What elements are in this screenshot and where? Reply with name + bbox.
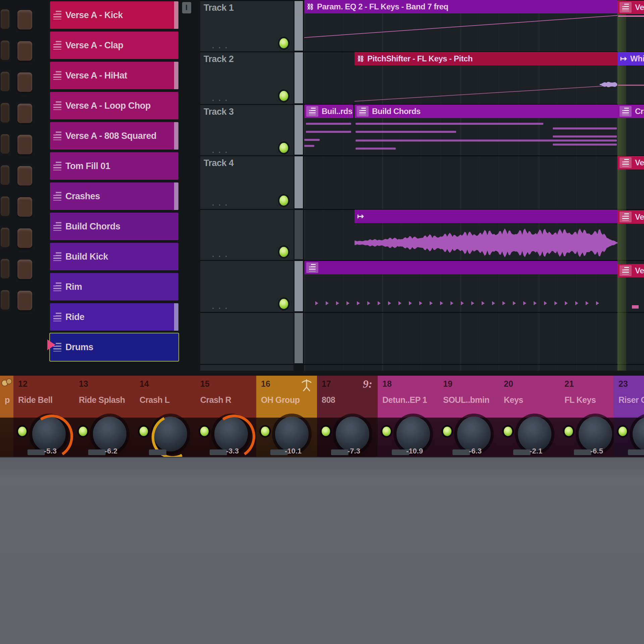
channel-number[interactable]: 15 — [200, 379, 210, 389]
pattern-icon[interactable] — [620, 2, 632, 13]
channel-cell[interactable]: 19SOUL..bmin-6.3 — [438, 376, 499, 457]
background-pad[interactable] — [1, 41, 9, 60]
drum-icon[interactable] — [1, 378, 11, 387]
clip-title[interactable]: Param. EQ 2 - FL Keys - Band 7 freq — [317, 2, 448, 11]
channel-cell[interactable]: 20Keys-2.1 — [499, 376, 560, 457]
channel-name[interactable]: Crash R — [200, 395, 231, 405]
channel-led[interactable] — [79, 427, 87, 436]
audio-clip-icon[interactable]: ↦ — [620, 54, 627, 63]
channel-name[interactable]: SOUL..bmin — [443, 395, 489, 405]
channel-name[interactable]: FL Keys — [565, 395, 596, 405]
channel-value[interactable]: -10.9 — [391, 447, 438, 455]
pattern-icon[interactable] — [620, 157, 632, 168]
background-pad[interactable] — [1, 259, 9, 278]
pattern-icon[interactable] — [53, 222, 61, 231]
channel-pan-knob[interactable] — [336, 417, 369, 451]
track-color-strip[interactable] — [294, 156, 303, 208]
channel-led[interactable] — [261, 427, 269, 436]
channel-number[interactable]: 14 — [140, 379, 149, 389]
pattern-item[interactable]: Build Chords — [50, 213, 178, 240]
channel-body[interactable] — [0, 418, 13, 457]
pattern-name[interactable]: Ride — [65, 312, 85, 322]
channel-number[interactable]: 19 — [443, 379, 452, 389]
channel-name[interactable]: Crash L — [140, 395, 170, 405]
automation-icon[interactable]: ⛓ — [357, 55, 364, 63]
pattern-item[interactable]: Verse A - Loop Chop — [50, 92, 178, 119]
channel-number[interactable]: 16 — [261, 379, 270, 389]
channel-led[interactable] — [504, 427, 512, 436]
pattern-icon[interactable] — [53, 162, 61, 170]
channel-pan-knob[interactable] — [457, 417, 491, 451]
channel-pan-knob[interactable] — [275, 417, 309, 451]
pattern-queue-cap[interactable] — [174, 62, 178, 89]
channel-name[interactable]: Ride Bell — [18, 395, 52, 405]
pattern-icon[interactable] — [306, 106, 318, 117]
background-pad[interactable] — [17, 197, 32, 217]
channel-number[interactable]: 12 — [18, 379, 28, 389]
background-pad[interactable] — [17, 41, 32, 61]
channel-led[interactable] — [565, 427, 573, 436]
pattern-icon[interactable] — [357, 106, 369, 117]
play-arrow-icon[interactable] — [47, 339, 55, 350]
channel-value[interactable]: -6.5 — [573, 447, 614, 455]
pattern-item[interactable]: Verse A - HiHat — [50, 62, 178, 89]
background-pad[interactable] — [1, 72, 9, 91]
track-color-strip[interactable] — [294, 261, 303, 311]
pattern-queue-cap[interactable] — [174, 122, 178, 150]
pattern-clip[interactable]: Build Chords — [355, 105, 618, 118]
clip-title[interactable]: Buil..rds — [322, 107, 353, 116]
pattern-name[interactable]: Tom Fill 01 — [65, 161, 110, 171]
channel-led[interactable] — [443, 427, 451, 436]
channel-cell[interactable]: 21FL Keys-6.5 — [560, 376, 614, 457]
background-pad[interactable] — [1, 228, 9, 247]
right-edge-clip[interactable]: Cra — [618, 105, 644, 118]
pattern-queue-cap[interactable] — [174, 303, 178, 331]
pattern-icon[interactable] — [620, 106, 632, 117]
pattern-item[interactable]: Tom Fill 01 — [50, 152, 178, 180]
bass-clef-icon[interactable]: 9: — [363, 378, 372, 390]
right-edge-clip[interactable]: Ver — [618, 264, 644, 277]
pattern-scrollbar[interactable] — [180, 0, 194, 371]
pattern-name[interactable]: Verse A - Kick — [65, 10, 123, 20]
pattern-name[interactable]: Rim — [65, 282, 82, 292]
channel-cell[interactable]: 17808-7.39: — [317, 376, 378, 457]
channel-cell[interactable]: 12Ride Bell-5.3 — [13, 376, 74, 457]
pattern-item[interactable]: Verse A - Kick — [50, 1, 178, 29]
pattern-item[interactable]: Rim — [50, 273, 178, 301]
channel-led[interactable] — [18, 427, 26, 436]
audio-clip[interactable]: ↦ — [355, 210, 618, 223]
pattern-icon[interactable] — [53, 41, 61, 50]
channel-name[interactable]: p — [5, 395, 10, 405]
channel-name[interactable]: 808 — [322, 395, 335, 405]
pattern-clip[interactable]: Buil..rds — [304, 105, 353, 118]
channel-number[interactable]: 13 — [79, 379, 88, 389]
pattern-name[interactable]: Verse A - HiHat — [65, 70, 127, 81]
channel-value[interactable]: -3.3 — [209, 447, 256, 455]
channel-name[interactable]: Keys — [504, 395, 523, 405]
pattern-item[interactable]: Drums — [50, 333, 178, 361]
pattern-name[interactable]: Build Kick — [65, 252, 108, 262]
channel-cell[interactable]: 23Riser G-7 — [614, 376, 644, 457]
background-pad[interactable] — [1, 9, 9, 29]
background-pad[interactable] — [17, 10, 32, 30]
right-edge-clip[interactable]: Ver — [618, 210, 644, 224]
clip-title[interactable]: Build Chords — [372, 107, 421, 116]
channel-number[interactable]: 23 — [619, 379, 628, 389]
channel-name[interactable]: Ride Splash — [79, 395, 125, 405]
pattern-name[interactable]: Drums — [65, 342, 93, 353]
track-color-strip[interactable] — [294, 105, 303, 155]
clip-title[interactable]: Ver — [635, 158, 644, 167]
track-color-strip[interactable] — [294, 1, 303, 51]
background-pad[interactable] — [1, 197, 9, 216]
pattern-icon[interactable] — [620, 265, 632, 276]
channel-name[interactable]: Detun..EP 1 — [382, 395, 427, 405]
channel-cell[interactable]: 14Crash L — [135, 376, 196, 457]
pattern-item[interactable]: Verse A - 808 Squared — [50, 122, 178, 150]
pattern-icon[interactable] — [53, 192, 61, 201]
channel-pan-knob[interactable] — [396, 417, 430, 451]
channel-led[interactable] — [619, 427, 627, 436]
right-edge-clip[interactable]: Ver — [618, 1, 644, 14]
automation-icon[interactable]: ⛓ — [307, 3, 314, 11]
pattern-queue-cap[interactable] — [174, 1, 178, 29]
background-pad[interactable] — [17, 135, 32, 154]
